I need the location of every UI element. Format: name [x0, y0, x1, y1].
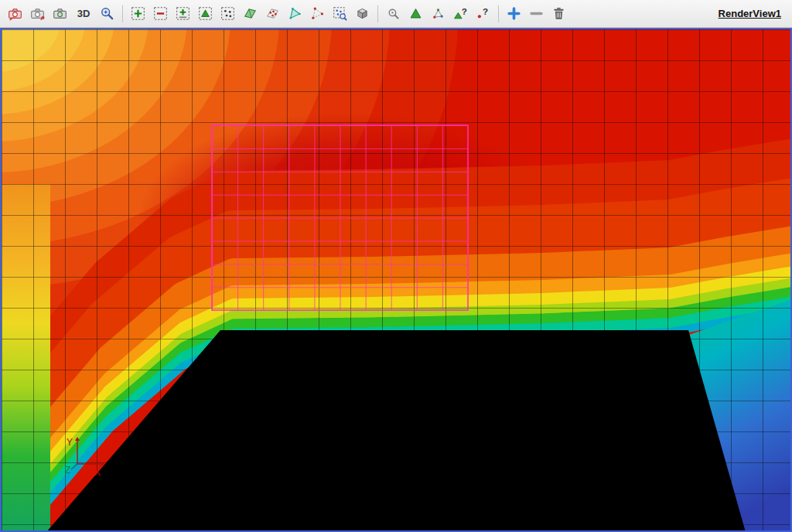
selection-add-button[interactable]	[128, 3, 148, 24]
svg-text:?: ?	[462, 6, 467, 16]
remove-view-button[interactable]	[526, 3, 547, 24]
reset-camera-icon	[8, 6, 22, 21]
zoom-to-box-button[interactable]	[97, 3, 118, 24]
axis-y-label: Y	[67, 437, 73, 448]
select-cells-on-button[interactable]	[195, 3, 216, 24]
zoom-to-selection-button[interactable]	[329, 3, 350, 24]
toolbar-separator	[122, 5, 123, 22]
selection-subtract-button[interactable]	[150, 3, 171, 24]
select-points-polygon-icon	[310, 6, 325, 21]
selection-subtract-icon	[153, 6, 168, 21]
view-title[interactable]: RenderView1	[712, 8, 787, 19]
selection-grid	[212, 125, 468, 310]
svg-text:?: ?	[483, 6, 488, 16]
selection-toggle-button[interactable]	[172, 3, 193, 24]
toggle-2d3d-label: 3D	[77, 8, 90, 19]
select-points-on-button[interactable]	[217, 3, 238, 24]
delete-view-icon	[551, 6, 566, 21]
hover-cells-query-button[interactable]: ?	[450, 3, 471, 24]
reset-camera-closest-button[interactable]	[27, 3, 48, 24]
hover-magnifier-button[interactable]	[383, 3, 404, 24]
selection-add-icon	[131, 6, 145, 21]
select-block-icon	[355, 6, 370, 21]
render-canvas: Y X Z	[2, 29, 790, 530]
application-window: 3D	[0, 0, 792, 532]
hover-magnifier-icon	[386, 6, 401, 21]
add-view-icon	[507, 6, 521, 21]
zoom-to-box-icon	[100, 6, 114, 21]
interactive-select-cells-button[interactable]	[405, 3, 426, 24]
interactive-select-points-button[interactable]	[428, 3, 449, 24]
select-points-on-icon	[220, 6, 235, 21]
selection-toggle-icon	[176, 6, 190, 21]
select-cells-on-icon	[198, 6, 213, 21]
toolbar: 3D	[0, 0, 792, 28]
interactive-select-points-icon	[431, 6, 446, 21]
add-view-button[interactable]	[504, 3, 524, 24]
select-cells-through-button[interactable]	[240, 3, 261, 24]
remove-view-icon	[529, 6, 544, 21]
select-cells-through-icon	[243, 6, 258, 21]
select-points-through-icon	[265, 6, 280, 21]
axis-x-label: X	[94, 467, 101, 478]
reset-camera-closest-icon	[30, 6, 45, 21]
axis-z-label: Z	[65, 465, 70, 476]
select-block-button[interactable]	[352, 3, 373, 24]
interactive-select-cells-icon	[408, 6, 423, 21]
select-points-through-button[interactable]	[262, 3, 283, 24]
toolbar-separator	[377, 5, 378, 22]
toolbar-separator	[498, 5, 499, 22]
select-cells-polygon-icon	[288, 6, 302, 21]
zoom-to-data-icon	[53, 6, 67, 21]
select-cells-polygon-button[interactable]	[285, 3, 306, 24]
hover-points-query-icon: ?	[476, 6, 490, 21]
zoom-to-selection-icon	[333, 6, 347, 21]
hover-points-query-button[interactable]: ?	[473, 3, 493, 24]
hover-cells-query-icon: ?	[453, 6, 468, 21]
delete-view-button[interactable]	[548, 3, 569, 24]
reset-camera-button[interactable]	[5, 3, 26, 24]
select-points-polygon-button[interactable]	[307, 3, 328, 24]
zoom-to-data-button[interactable]	[50, 3, 70, 24]
render-viewport[interactable]: Y X Z	[0, 28, 792, 532]
toggle-2d3d-button[interactable]: 3D	[72, 3, 95, 24]
